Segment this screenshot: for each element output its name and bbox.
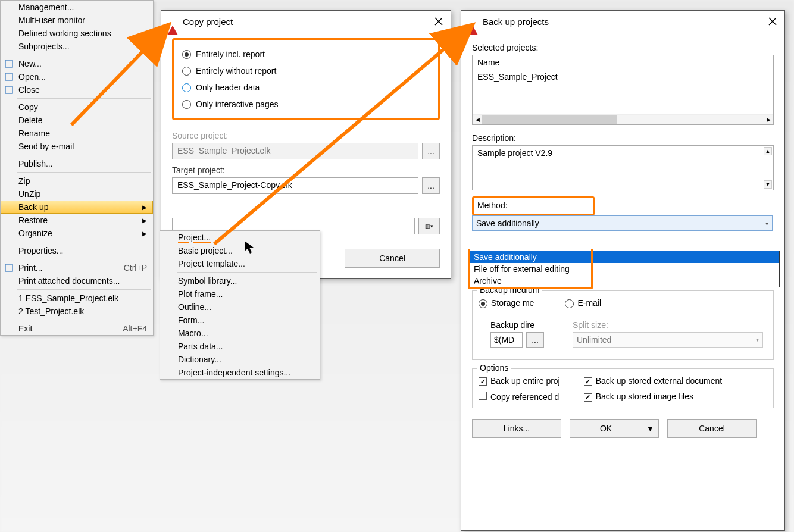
- horizontal-scrollbar[interactable]: ◀ ▶: [473, 114, 773, 124]
- menu-item[interactable]: ExitAlt+F4: [1, 322, 153, 335]
- menu-separator: [17, 172, 151, 173]
- menu-item-label: Copy: [18, 102, 147, 112]
- menu-item[interactable]: Copy: [1, 101, 153, 114]
- menu-item[interactable]: Print attached documents...: [1, 274, 153, 287]
- submenu-item[interactable]: Project...: [160, 231, 320, 244]
- submenu-item[interactable]: Form...: [160, 314, 320, 327]
- description-label: Description:: [472, 133, 774, 143]
- scrollbar-thumb[interactable]: [482, 115, 617, 124]
- menu-separator: [17, 242, 151, 242]
- browse-backup-dir-button[interactable]: ...: [526, 332, 544, 348]
- menu-item-label: Zip: [18, 176, 147, 186]
- menu-item-label: UnZip: [18, 189, 147, 199]
- storage-medium-radio[interactable]: Storage me: [479, 298, 534, 308]
- menu-item[interactable]: Management...: [1, 1, 153, 14]
- backup-image-files-checkbox[interactable]: Back up stored image files: [584, 392, 722, 402]
- menu-item-label: Restore: [18, 215, 142, 225]
- browse-source-button[interactable]: ...: [422, 143, 440, 159]
- submenu-item-label: Project template...: [178, 259, 314, 268]
- new-icon: [4, 59, 14, 68]
- dropdown-option[interactable]: File off for external editing: [470, 263, 779, 275]
- menu-item-label: New...: [18, 59, 147, 68]
- description-textarea[interactable]: Sample project V2.9 ▲ ▼: [472, 145, 774, 190]
- backup-dir-input[interactable]: [490, 332, 523, 348]
- menu-item[interactable]: Rename: [1, 127, 153, 140]
- radio-icon: [182, 50, 191, 59]
- scroll-right-icon[interactable]: ▶: [764, 115, 773, 124]
- ok-dropdown-button[interactable]: ▼: [642, 419, 659, 438]
- cancel-button[interactable]: Cancel: [667, 419, 757, 438]
- list-item[interactable]: ESS_Sample_Project: [473, 70, 773, 83]
- submenu-item[interactable]: Dictionary...: [160, 353, 320, 366]
- menu-item[interactable]: Zip: [1, 174, 153, 187]
- ok-split-button[interactable]: OK ▼: [570, 419, 659, 438]
- selected-projects-list[interactable]: Name ESS_Sample_Project ◀ ▶: [472, 55, 774, 125]
- submenu-item[interactable]: Symbol library...: [160, 274, 320, 287]
- radio-option[interactable]: Only interactive pages: [182, 96, 430, 112]
- menu-item-label: Print attached documents...: [18, 276, 147, 286]
- radio-option[interactable]: Only header data: [182, 79, 430, 96]
- submenu-item[interactable]: Plot frame...: [160, 287, 320, 301]
- submenu-item[interactable]: Parts data...: [160, 340, 320, 353]
- scroll-down-icon[interactable]: ▼: [764, 180, 772, 189]
- menu-item-label: Multi-user monitor: [18, 15, 147, 25]
- submenu-item-label: Outline...: [178, 302, 314, 312]
- menu-item-label: Open...: [18, 72, 147, 82]
- menu-item[interactable]: 1 ESS_Sample_Project.elk: [1, 292, 153, 305]
- menu-item[interactable]: Defined working sections▶: [1, 27, 153, 40]
- dialog-title: Copy project: [183, 17, 433, 27]
- submenu-arrow-icon: ▶: [142, 30, 147, 37]
- menu-item-label: Publish...: [18, 159, 147, 168]
- close-icon[interactable]: [433, 15, 445, 27]
- menu-item[interactable]: Subprojects...: [1, 40, 153, 53]
- menu-item[interactable]: Delete: [1, 114, 153, 127]
- menu-item[interactable]: Restore▶: [1, 214, 153, 227]
- ok-button[interactable]: OK: [570, 419, 642, 438]
- submenu-item[interactable]: Project template...: [160, 257, 320, 270]
- submenu-item[interactable]: Project-independent settings...: [160, 366, 320, 379]
- svg-rect-1: [5, 73, 12, 80]
- menu-separator: [177, 272, 317, 273]
- menu-item[interactable]: Send by e-mail: [1, 140, 153, 153]
- radio-option[interactable]: Entirely without report: [182, 62, 430, 79]
- menu-item-label: Organize: [18, 229, 142, 238]
- submenu-item[interactable]: Macro...: [160, 327, 320, 340]
- dropdown-option[interactable]: Save additionally: [470, 251, 779, 263]
- menu-item[interactable]: Multi-user monitor: [1, 14, 153, 27]
- menu-item[interactable]: Back up▶: [1, 201, 153, 214]
- radio-option[interactable]: Entirely incl. report: [182, 46, 430, 62]
- menu-item[interactable]: 2 Test_Project.elk: [1, 305, 153, 318]
- submenu-item[interactable]: Basic project...: [160, 244, 320, 257]
- menu-item[interactable]: Publish...: [1, 157, 153, 170]
- menu-item[interactable]: UnZip: [1, 187, 153, 201]
- menu-separator: [17, 155, 151, 155]
- email-radio[interactable]: E-mail: [565, 298, 601, 308]
- submenu-item[interactable]: Outline...: [160, 301, 320, 314]
- menu-item-label: Subprojects...: [18, 42, 147, 51]
- target-project-input[interactable]: ESS_Sample_Project-Copy.elk: [172, 177, 418, 194]
- menu-item-label: Management...: [18, 2, 147, 12]
- menu-item[interactable]: Open...: [1, 70, 153, 83]
- menu-item[interactable]: Properties...: [1, 244, 153, 257]
- menu-item[interactable]: Close: [1, 83, 153, 96]
- scroll-left-icon[interactable]: ◀: [473, 115, 482, 124]
- cancel-button[interactable]: Cancel: [345, 249, 440, 268]
- browse-target-button[interactable]: ...: [422, 177, 440, 194]
- menu-item[interactable]: New...: [1, 57, 153, 70]
- menu-item[interactable]: Print...Ctrl+P: [1, 261, 153, 274]
- dropdown-option[interactable]: Archive: [470, 275, 779, 287]
- copy-referenced-data-checkbox[interactable]: Copy referenced d: [479, 392, 560, 402]
- submenu-item-label: Macro...: [178, 328, 314, 338]
- method-combo[interactable]: Save additionally ▾: [472, 215, 773, 231]
- backup-medium-fieldset: Backup medium Storage me E-mail Backup d…: [472, 290, 774, 360]
- backup-external-documents-checkbox[interactable]: Back up stored external document: [584, 376, 722, 386]
- submenu-item-label: Dictionary...: [178, 355, 314, 364]
- split-size-combo[interactable]: Unlimited ▾: [573, 332, 763, 348]
- menu-separator: [17, 289, 151, 290]
- menu-item[interactable]: Organize▶: [1, 227, 153, 240]
- scroll-up-icon[interactable]: ▲: [764, 147, 772, 155]
- links-button[interactable]: Links...: [472, 419, 561, 438]
- close-icon[interactable]: [767, 15, 779, 27]
- backup-entire-project-checkbox[interactable]: Back up entire proj: [479, 376, 560, 386]
- extra-dropdown-button[interactable]: ▥▾: [418, 218, 440, 234]
